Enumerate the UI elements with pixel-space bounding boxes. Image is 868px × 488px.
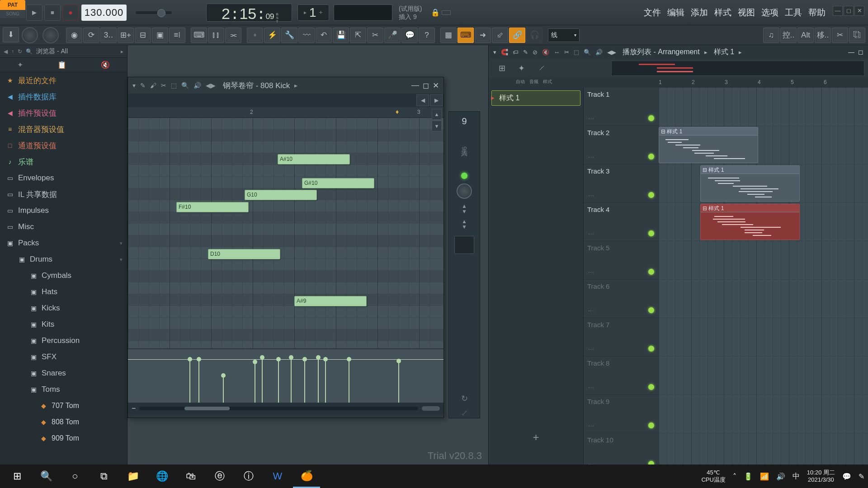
stop-button[interactable] [44, 5, 61, 21]
browser-folder[interactable]: ▣Hats [0, 284, 127, 300]
search-button[interactable]: 🔍 [33, 465, 60, 488]
channel-led-icon[interactable] [461, 173, 467, 179]
tray-chevron-icon[interactable]: ˄ [733, 472, 736, 481]
velocity-bar[interactable] [223, 375, 224, 403]
browser-sample[interactable]: ◆808 Tom [0, 414, 127, 430]
notification-icon[interactable]: 💬 [842, 472, 851, 481]
browser-folder[interactable]: ▣Snares [0, 365, 127, 381]
velocity-bar[interactable] [318, 357, 319, 403]
menu-pattern[interactable]: 样式 [712, 6, 733, 19]
undo-icon[interactable]: ↶ [316, 28, 332, 43]
velocity-editor[interactable] [128, 348, 443, 403]
browser-folder[interactable]: ▣Kicks [0, 300, 127, 316]
piano-roll-grid[interactable]: A#10G#10G10F#10D10A#9 [128, 118, 443, 348]
maximize-button[interactable]: ◻ [844, 6, 854, 16]
flstudio-icon[interactable]: 🍊 [293, 465, 320, 488]
browser-item[interactable]: ◀插件预设值 [0, 105, 127, 121]
pl-play-icon[interactable]: 🔊 [595, 49, 603, 56]
velocity-bar[interactable] [349, 359, 349, 403]
browser-item[interactable]: ★最近的文件 [0, 72, 127, 89]
view-pianoroll-icon[interactable]: ⌨ [458, 28, 474, 43]
ie-icon[interactable]: ⓘ [235, 465, 262, 488]
piano-roll-titlebar[interactable]: ▾ ✎ 🖌 ✂ ⬚ 🔍 🔊 ◀▶ 钢琴卷帘 - 808 Kick ▸ — ◻ ✕ [128, 77, 443, 94]
chrome-icon[interactable]: 🌐 [148, 465, 175, 488]
track-led-icon[interactable] [648, 154, 654, 160]
pat-song-toggle[interactable]: PAT SONG [0, 0, 25, 25]
wrench-icon[interactable]: 🔧 [281, 28, 297, 43]
pr-scroll-right-icon[interactable]: ▶ [430, 94, 443, 106]
cpu-temp[interactable]: 45℃CPU温度 [701, 469, 725, 483]
cortana-icon[interactable]: ○ [61, 465, 89, 488]
pr-tool-play-icon[interactable]: 🔊 [193, 82, 201, 89]
track-led-icon[interactable] [648, 115, 654, 121]
pl-min-icon[interactable]: — [848, 48, 854, 56]
pr-horizontal-scroll[interactable]: − [128, 403, 443, 414]
browser-header[interactable]: ◀ ↑ ↻ 🔍 浏览器 - All ▸ [0, 45, 127, 58]
pl-cancel-icon[interactable]: ⊘ [533, 49, 538, 56]
track-led-icon[interactable] [648, 269, 654, 275]
pr-channel-menu-icon[interactable]: ▸ [294, 82, 297, 89]
midi-note[interactable]: D10 [208, 249, 280, 259]
menu-view[interactable]: 视图 [736, 6, 757, 19]
close-button[interactable]: ✕ [854, 6, 864, 16]
pr-vscroll-down-icon[interactable]: ▼ [432, 121, 442, 131]
browser-item[interactable]: ▭Impulses [0, 202, 127, 219]
start-button[interactable]: ⊞ [4, 465, 31, 488]
tool-alt-icon[interactable]: Alt [797, 28, 814, 43]
track-led-icon[interactable] [648, 307, 654, 313]
pl-max-icon[interactable]: ◻ [858, 48, 863, 56]
browser-folder-packs[interactable]: ▣Packs▾ [0, 235, 127, 251]
pr-nav-icon[interactable]: ◀▶ [206, 82, 216, 89]
pattern-clip[interactable]: 样式 1 [491, 90, 580, 106]
playhead-marker-icon[interactable]: ♦ [396, 108, 399, 115]
browser-folder[interactable]: ▣Cymbals [0, 267, 127, 284]
midi-note[interactable]: A#10 [278, 154, 350, 164]
pr-tool-sel-icon[interactable]: ⬚ [171, 82, 177, 89]
track-header[interactable]: Track 6⋯ [584, 280, 659, 318]
cut-icon[interactable]: ✂ [367, 28, 383, 43]
pr-tool-paint-icon[interactable]: 🖌 [150, 82, 156, 89]
midi-note[interactable]: G10 [245, 190, 317, 200]
pl-mute-icon[interactable]: 🔇 [542, 49, 549, 56]
menu-add[interactable]: 添加 [689, 6, 710, 19]
pl-arr-menu-icon[interactable]: ▸ [704, 49, 708, 56]
pl-tag-icon[interactable]: 🏷 [513, 49, 519, 56]
track-header[interactable]: Track 4⋯ [584, 203, 659, 241]
help-icon[interactable]: ? [419, 28, 435, 43]
pl-slip-icon[interactable]: ↔ [554, 49, 560, 56]
velocity-bar[interactable] [398, 361, 399, 403]
knob-2[interactable] [42, 27, 59, 43]
collapse-icon[interactable]: ✦ [17, 61, 23, 69]
browser-item[interactable]: ▭IL 共享数据 [0, 186, 127, 202]
pl-slice-icon[interactable]: ✂ [564, 49, 569, 56]
playlist-clip[interactable]: ⊟ 样式 1 [659, 127, 758, 163]
track-header[interactable]: Track 7⋯ [584, 318, 659, 357]
new-icon[interactable]: ▫ [247, 28, 263, 43]
pr-menu-icon[interactable]: ▾ [132, 82, 136, 89]
pr-tool-cut-icon[interactable]: ✂ [161, 82, 166, 89]
track-header[interactable]: Track 1⋯ [584, 88, 659, 126]
view-playlist-icon[interactable]: ▦ [440, 28, 457, 43]
pl-magnet-icon[interactable]: 🧲 [501, 49, 508, 56]
track-led-icon[interactable] [648, 346, 654, 352]
pr-minimize-icon[interactable]: — [411, 81, 419, 90]
pat-mode[interactable]: PAT [0, 0, 25, 10]
track-header[interactable]: Track 5⋯ [584, 241, 659, 280]
pl-zoom-icon[interactable]: 🔍 [584, 49, 591, 56]
pl-tab-auto-icon[interactable]: ⟋ [538, 63, 546, 73]
pl-nav-icon[interactable]: ◀▶ [607, 49, 616, 56]
store-icon[interactable]: 🛍 [177, 465, 204, 488]
track-header[interactable]: Track 9⋯ [584, 395, 659, 433]
volume-icon[interactable]: 🔊 [776, 472, 785, 481]
wifi-icon[interactable]: 📶 [760, 472, 769, 481]
view-channel-icon[interactable]: ➜ [475, 28, 491, 43]
track-header[interactable]: Track 3⋯ [584, 164, 659, 203]
mute-icon[interactable]: 🔇 [101, 61, 110, 69]
pr-scroll-thumb[interactable] [184, 407, 230, 410]
expand-icon[interactable]: ⤢ [461, 408, 468, 418]
pattern-selector[interactable]: 1 [297, 5, 329, 21]
velocity-bar[interactable] [189, 359, 190, 403]
pl-sel-icon[interactable]: ⬚ [574, 49, 579, 56]
snap-selector[interactable]: 线 [548, 28, 580, 42]
taskview-icon[interactable]: ⧉ [90, 465, 118, 488]
